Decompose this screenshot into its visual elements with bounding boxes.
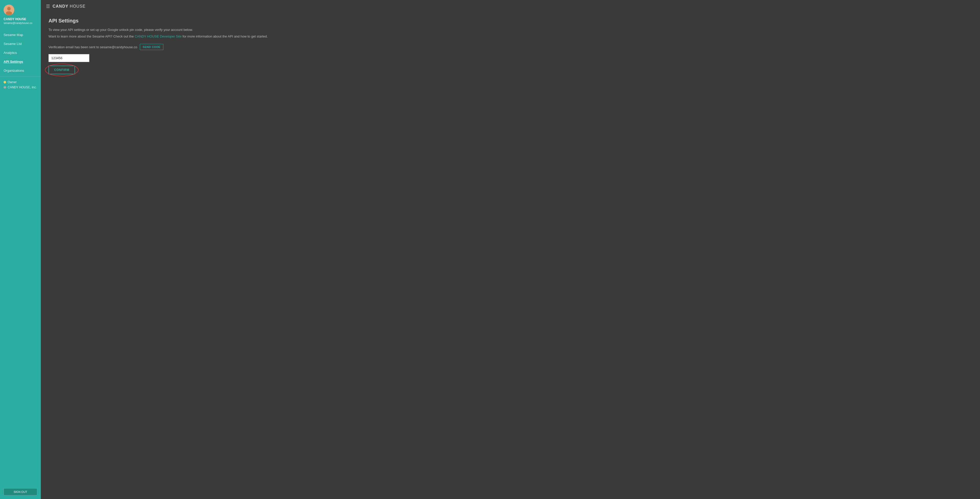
app-name-part2: HOUSE bbox=[70, 4, 86, 8]
org-name-row: CANDY HOUSE, Inc. bbox=[3, 86, 37, 89]
verification-text: Verification email has been sent to sesa… bbox=[48, 45, 137, 49]
sidebar: CANDY HOUSE sesame@candyhouse.co Sesame … bbox=[0, 0, 41, 499]
hamburger-icon[interactable]: ☰ bbox=[46, 3, 50, 9]
developer-site-link[interactable]: CANDY HOUSE Developer Site bbox=[135, 35, 182, 38]
sidebar-nav: Sesame Map Sesame List Analytics API Set… bbox=[0, 30, 41, 75]
org-name-label: CANDY HOUSE, Inc. bbox=[8, 86, 37, 89]
sidebar-profile: CANDY HOUSE sesame@candyhouse.co bbox=[0, 0, 41, 28]
code-input[interactable] bbox=[48, 54, 89, 62]
confirm-button[interactable]: CONFIRM bbox=[48, 65, 75, 74]
user-email: sesame@candyhouse.co bbox=[3, 21, 32, 25]
org-dot bbox=[3, 86, 6, 89]
owner-dot bbox=[3, 81, 6, 83]
org-role-label: Owner bbox=[8, 80, 17, 84]
sidebar-divider bbox=[0, 77, 41, 77]
topbar: ☰ CANDY HOUSE bbox=[41, 0, 980, 13]
sidebar-item-analytics[interactable]: Analytics bbox=[0, 48, 41, 57]
org-section: Owner CANDY HOUSE, Inc. bbox=[0, 78, 41, 91]
app-name-part1: CANDY bbox=[52, 4, 68, 8]
content-area: API Settings To view your API settings o… bbox=[41, 13, 980, 80]
send-code-button[interactable]: SEND CODE bbox=[140, 44, 163, 50]
user-name: CANDY HOUSE bbox=[3, 18, 26, 21]
description-2-suffix: for more information about the API and h… bbox=[182, 35, 268, 38]
sign-out-button[interactable]: SIGN OUT bbox=[3, 488, 37, 496]
verification-row: Verification email has been sent to sesa… bbox=[48, 44, 972, 50]
svg-point-2 bbox=[6, 11, 12, 15]
description-2-prefix: Want to learn more about the Sesame API?… bbox=[48, 35, 135, 38]
description-1: To view your API settings or set up your… bbox=[48, 27, 972, 32]
avatar bbox=[3, 5, 14, 15]
sidebar-item-api-settings[interactable]: API Settings bbox=[0, 57, 41, 66]
confirm-button-wrapper: CONFIRM bbox=[48, 65, 75, 74]
page-title: API Settings bbox=[48, 18, 972, 24]
description-2: Want to learn more about the Sesame API?… bbox=[48, 34, 972, 39]
sidebar-item-sesame-list[interactable]: Sesame List bbox=[0, 39, 41, 48]
sidebar-bottom: SIGN OUT bbox=[0, 485, 41, 499]
main-content: ☰ CANDY HOUSE API Settings To view your … bbox=[41, 0, 980, 499]
sidebar-item-organizations[interactable]: Organizations bbox=[0, 66, 41, 75]
svg-point-1 bbox=[7, 7, 11, 10]
sidebar-item-sesame-map[interactable]: Sesame Map bbox=[0, 30, 41, 39]
app-title: CANDY HOUSE bbox=[52, 4, 86, 9]
org-role-row: Owner bbox=[3, 80, 37, 84]
